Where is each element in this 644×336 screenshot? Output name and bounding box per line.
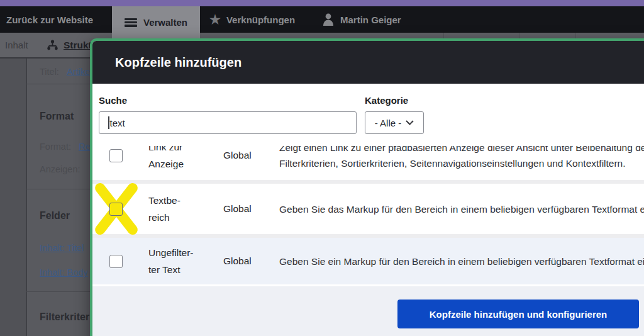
dialog-header: Kopfzeile hinzufügen bbox=[92, 41, 644, 84]
display-row: Anzeigen: bbox=[40, 164, 80, 174]
format-link[interactable]: Re bbox=[79, 142, 91, 152]
row-category: Global bbox=[223, 150, 279, 161]
row-description: Geben Sie ein Markup für den Bereich in … bbox=[279, 254, 644, 269]
user-icon bbox=[322, 13, 335, 26]
row-checkbox-cell bbox=[92, 146, 148, 180]
dialog-title: Kopfzeile hinzufügen bbox=[115, 55, 242, 70]
format-heading: Format bbox=[40, 111, 74, 122]
admin-toolbar: Zurück zur Website ★ Verknüpfungen Marti… bbox=[0, 6, 644, 33]
format-row: Format: Re bbox=[40, 142, 91, 152]
field-title-link[interactable]: Inhalt: Titel bbox=[40, 243, 84, 253]
row-category: Global bbox=[223, 255, 279, 267]
row-checkbox[interactable] bbox=[109, 149, 123, 162]
back-to-site-link[interactable]: Zurück zur Website bbox=[6, 6, 93, 33]
title-label: Titel: bbox=[40, 67, 59, 77]
field-body-link[interactable]: Inhalt: Body bbox=[40, 267, 88, 277]
row-title: Ungefilter- ter Text bbox=[148, 238, 223, 284]
table-row[interactable]: Ungefilter- ter Text Global Geben Sie ei… bbox=[92, 238, 644, 284]
chevron-down-icon bbox=[406, 120, 414, 125]
row-checkbox-cell bbox=[92, 238, 148, 284]
manage-label: Verwalten bbox=[143, 17, 187, 28]
search-label: Suche bbox=[99, 95, 127, 106]
row-title: Link zur Anzeige bbox=[148, 146, 223, 180]
row-checkbox[interactable] bbox=[109, 203, 123, 216]
format-label: Format: bbox=[40, 142, 71, 152]
panel-border bbox=[26, 59, 27, 336]
field-link-row: Inhalt: Titel bbox=[40, 243, 84, 253]
add-and-configure-button[interactable]: Kopfzeile hinzufügen und konfigurieren bbox=[397, 300, 639, 328]
user-name-label: Martin Geiger bbox=[340, 14, 401, 25]
table-row[interactable]: Link zur Anzeige Global Zeigt einen Link… bbox=[92, 146, 644, 180]
shortcuts-tab[interactable]: ★ Verknüpfungen bbox=[209, 6, 295, 33]
view-title-row: Titel: Artikel bbox=[40, 67, 92, 77]
display-label: Anzeigen: bbox=[40, 164, 80, 174]
row-category: Global bbox=[223, 203, 279, 215]
plugin-table-scroll-area[interactable]: Link zur Anzeige Global Zeigt einen Link… bbox=[92, 146, 644, 284]
content-menu-label: Inhalt bbox=[5, 40, 28, 50]
shortcuts-label: Verknüpfungen bbox=[226, 14, 295, 25]
hamburger-icon bbox=[125, 18, 137, 27]
user-menu-tab[interactable]: Martin Geiger bbox=[322, 6, 401, 33]
menu-item-content[interactable]: Inhalt bbox=[5, 33, 28, 57]
table-row[interactable]: Textbe- reich Global Geben Sie das Marku… bbox=[92, 184, 644, 234]
text-cursor bbox=[108, 116, 109, 129]
category-value: - Alle - bbox=[375, 118, 402, 128]
dialog-footer: Kopfzeile hinzufügen und konfigurieren bbox=[92, 286, 644, 336]
row-description: Zeigt einen Link zu einer pfadbasierten … bbox=[279, 146, 644, 171]
search-input[interactable]: text bbox=[99, 111, 357, 134]
row-title: Textbe- reich bbox=[148, 184, 223, 234]
manage-tab[interactable]: Verwalten bbox=[112, 6, 200, 38]
category-select[interactable]: - Alle - bbox=[365, 111, 424, 134]
star-icon: ★ bbox=[209, 13, 221, 26]
back-to-site-label: Zurück zur Website bbox=[6, 14, 93, 25]
field-link-row: Inhalt: Body bbox=[40, 267, 88, 277]
structure-icon bbox=[47, 40, 58, 50]
row-checkbox-cell bbox=[92, 184, 148, 234]
fields-heading: Felder bbox=[40, 210, 70, 221]
search-value: text bbox=[110, 118, 125, 128]
page-gutter bbox=[0, 59, 26, 336]
category-label: Kategorie bbox=[365, 95, 408, 106]
title-link[interactable]: Artikel bbox=[67, 67, 92, 77]
dialog-body: Suche text Kategorie - Alle - Link zur A… bbox=[92, 84, 644, 336]
row-checkbox[interactable] bbox=[109, 255, 123, 268]
row-description: Geben Sie das Markup für den Bereich in … bbox=[279, 201, 644, 217]
add-header-dialog: Kopfzeile hinzufügen Suche text Kategori… bbox=[90, 38, 644, 336]
browser-theme-strip bbox=[0, 0, 644, 6]
